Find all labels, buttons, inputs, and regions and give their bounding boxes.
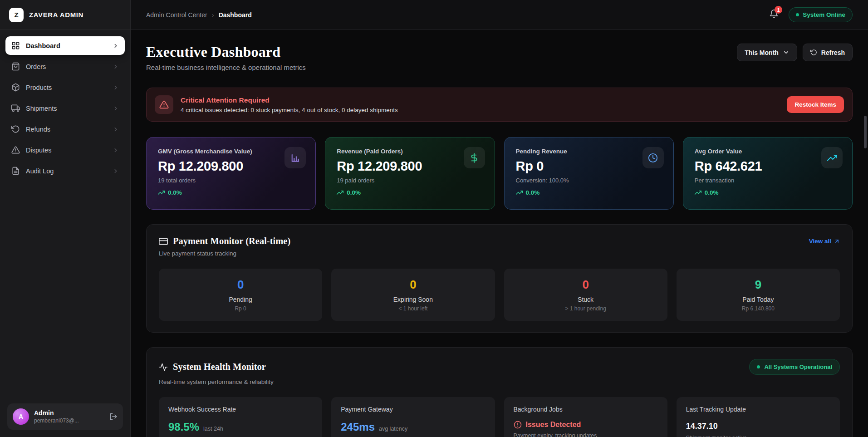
file-text-icon bbox=[11, 167, 20, 175]
alert-triangle-icon bbox=[159, 100, 169, 109]
page-title-block: Executive Dashboard Real-time business i… bbox=[146, 44, 306, 71]
payment-monitor-stats: 0 Pending Rp 0 0 Expiring Soon < 1 hour … bbox=[159, 269, 840, 321]
page-subtitle: Real-time business intelligence & operat… bbox=[146, 64, 306, 71]
health-stat-webhook-success-rate: Webhook Success Rate 98.5% last 24h bbox=[159, 397, 322, 437]
chevron-right-icon bbox=[113, 84, 119, 91]
logout-icon[interactable] bbox=[109, 412, 118, 421]
health-stat-label: Last Tracking Update bbox=[686, 406, 830, 413]
system-health-title: System Health Monitor bbox=[173, 362, 266, 372]
payment-monitor-subtitle: Live payment status tracking bbox=[159, 250, 840, 257]
dashboard-content: Executive Dashboard Real-time business i… bbox=[131, 30, 868, 437]
sidebar-item-label: Audit Log bbox=[26, 167, 54, 175]
kpi-label: GMV (Gross Merchandise Value) bbox=[158, 148, 258, 155]
system-health-header: System Health Monitor All Systems Operat… bbox=[159, 359, 840, 375]
brand: Z ZAVERA ADMIN bbox=[0, 0, 130, 30]
sidebar: Z ZAVERA ADMIN Dashboard Orders Products bbox=[0, 0, 131, 437]
sidebar-item-shipments[interactable]: Shipments bbox=[5, 99, 125, 118]
notifications-button[interactable]: 1 bbox=[769, 9, 779, 20]
trending-up-icon bbox=[337, 189, 343, 196]
health-stat-value-row: Issues Detected bbox=[514, 421, 658, 429]
payment-monitor-panel: Payment Monitor (Real-time) View all Liv… bbox=[146, 224, 853, 333]
critical-alert-banner: Critical Attention Required 4 critical i… bbox=[146, 88, 853, 122]
bar-chart-icon bbox=[290, 153, 300, 163]
kpi-card-gmv: GMV (Gross Merchandise Value) Rp 12.209.… bbox=[146, 137, 316, 210]
online-dot-icon bbox=[796, 13, 799, 16]
kpi-subtext: 19 paid orders bbox=[337, 177, 483, 184]
kpi-subtext: Conversion: 100.0% bbox=[516, 177, 662, 184]
view-all-link[interactable]: View all bbox=[809, 238, 840, 245]
credit-card-icon bbox=[159, 237, 168, 246]
breadcrumb-root[interactable]: Admin Control Center bbox=[146, 11, 207, 19]
all-systems-operational-label: All Systems Operational bbox=[764, 363, 832, 370]
brand-title: ZAVERA ADMIN bbox=[29, 11, 83, 19]
kpi-icon-tile bbox=[642, 147, 664, 168]
sidebar-item-label: Refunds bbox=[26, 126, 50, 133]
truck-icon bbox=[11, 104, 20, 113]
refresh-button[interactable]: Refresh bbox=[803, 44, 853, 61]
health-stat-value-row: 245ms avg latency bbox=[341, 421, 485, 433]
payment-stat-subtext: < 1 hour left bbox=[340, 305, 485, 312]
kpi-cards-row: GMV (Gross Merchandise Value) Rp 12.209.… bbox=[146, 137, 853, 210]
health-stat-value-row: 98.5% last 24h bbox=[168, 421, 313, 433]
kpi-card-pending-revenue: Pending Revenue Rp 0 Conversion: 100.0% … bbox=[504, 137, 674, 210]
health-stat-value: 245ms bbox=[341, 421, 375, 433]
system-health-title-wrap: System Health Monitor bbox=[159, 362, 266, 372]
health-stat-last-tracking-update: Last Tracking Update 14.37.10 Shipment m… bbox=[677, 397, 840, 437]
user-card: A Admin pemberani073@... bbox=[7, 403, 123, 430]
health-stat-note: Payment expiry, tracking updates bbox=[514, 432, 658, 437]
system-health-panel: System Health Monitor All Systems Operat… bbox=[146, 347, 853, 437]
sidebar-item-disputes[interactable]: Disputes bbox=[5, 141, 125, 159]
view-all-label: View all bbox=[809, 238, 831, 245]
kpi-trend-value: 0.0% bbox=[347, 189, 361, 196]
sidebar-item-orders[interactable]: Orders bbox=[5, 57, 125, 76]
breadcrumb-current: Dashboard bbox=[219, 11, 252, 19]
payment-stat-stuck: 0 Stuck > 1 hour pending bbox=[504, 269, 667, 321]
kpi-trend-value: 0.0% bbox=[705, 189, 719, 196]
brand-logo: Z bbox=[9, 8, 24, 22]
payment-stat-value: 0 bbox=[168, 278, 313, 292]
box-icon bbox=[11, 83, 20, 92]
kpi-value: Rp 642.621 bbox=[695, 159, 841, 174]
payment-stat-subtext: Rp 0 bbox=[168, 305, 313, 312]
health-stat-value: Issues Detected bbox=[526, 421, 581, 429]
kpi-label: Pending Revenue bbox=[516, 148, 616, 155]
health-stat-background-jobs: Background Jobs Issues Detected Payment … bbox=[504, 397, 667, 437]
payment-monitor-header: Payment Monitor (Real-time) View all bbox=[159, 236, 840, 246]
kpi-trend-value: 0.0% bbox=[168, 189, 182, 196]
user-name: Admin bbox=[34, 409, 79, 417]
trending-up-icon bbox=[158, 189, 165, 196]
page-actions: This Month Refresh bbox=[737, 44, 853, 61]
chevron-right-icon bbox=[113, 168, 119, 174]
trending-up-icon bbox=[827, 153, 837, 163]
chevron-right-icon bbox=[113, 105, 119, 112]
sidebar-item-products[interactable]: Products bbox=[5, 78, 125, 97]
shopping-bag-icon bbox=[11, 62, 20, 71]
kpi-subtext: Per transaction bbox=[695, 177, 841, 184]
breadcrumb-separator: › bbox=[212, 11, 214, 19]
rotate-ccw-icon bbox=[11, 125, 20, 133]
chevron-down-icon bbox=[783, 49, 790, 56]
payment-stat-expiring-soon: 0 Expiring Soon < 1 hour left bbox=[331, 269, 495, 321]
kpi-value: Rp 12.209.800 bbox=[337, 159, 483, 174]
sidebar-item-refunds[interactable]: Refunds bbox=[5, 120, 125, 138]
kpi-card-avg-order-value: Avg Order Value Rp 642.621 Per transacti… bbox=[683, 137, 853, 210]
restock-items-button[interactable]: Restock Items bbox=[787, 96, 844, 113]
chevron-right-icon bbox=[113, 43, 119, 49]
alert-title: Critical Attention Required bbox=[181, 96, 398, 104]
period-select[interactable]: This Month bbox=[737, 44, 797, 61]
kpi-label: Revenue (Paid Orders) bbox=[337, 148, 436, 155]
alert-text-block: Critical Attention Required 4 critical i… bbox=[181, 96, 398, 113]
dashboard-grid-icon bbox=[11, 41, 20, 50]
kpi-card-revenue: Revenue (Paid Orders) Rp 12.209.800 19 p… bbox=[325, 137, 495, 210]
payment-stat-label: Pending bbox=[168, 296, 313, 303]
admin-app: Z ZAVERA ADMIN Dashboard Orders Products bbox=[0, 0, 868, 437]
health-stat-value: 98.5% bbox=[168, 421, 199, 433]
payment-monitor-title-wrap: Payment Monitor (Real-time) bbox=[159, 236, 290, 246]
kpi-label: Avg Order Value bbox=[695, 148, 794, 155]
scrollbar-thumb[interactable] bbox=[864, 116, 867, 148]
refresh-icon bbox=[810, 49, 817, 56]
sidebar-item-audit-log[interactable]: Audit Log bbox=[5, 162, 125, 180]
sidebar-item-label: Shipments bbox=[26, 105, 57, 112]
kpi-icon-tile bbox=[464, 147, 485, 168]
sidebar-item-dashboard[interactable]: Dashboard bbox=[5, 36, 125, 55]
